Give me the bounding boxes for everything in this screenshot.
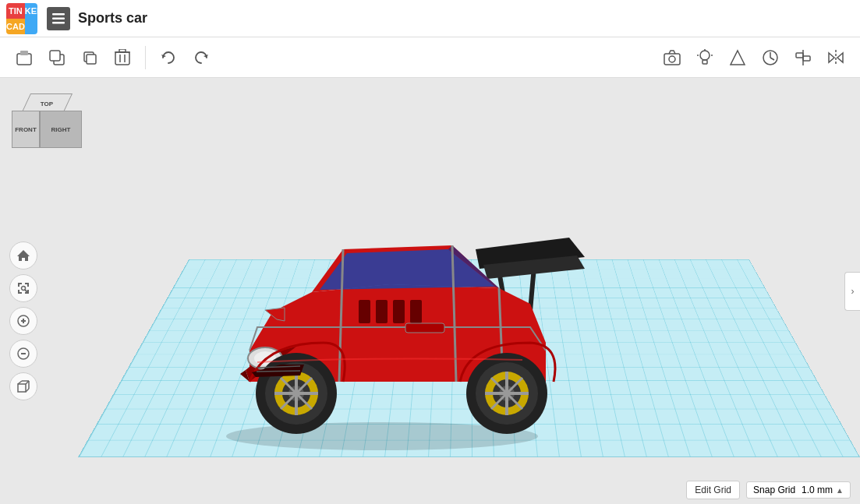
shape-button[interactable] bbox=[723, 43, 752, 72]
svg-rect-14 bbox=[664, 54, 680, 65]
cube-front-face[interactable]: FRONT bbox=[12, 111, 40, 148]
ortho-button[interactable] bbox=[9, 372, 37, 400]
delete-button[interactable] bbox=[108, 43, 137, 72]
svg-rect-3 bbox=[17, 54, 31, 65]
logo-blank bbox=[25, 19, 37, 34]
snap-grid-label: Snap Grid bbox=[753, 485, 795, 495]
svg-point-15 bbox=[669, 56, 675, 62]
logo-cad: CAD bbox=[6, 19, 25, 34]
tinkercad-logo[interactable]: TIN KER CAD bbox=[6, 3, 37, 34]
svg-rect-41 bbox=[359, 300, 370, 323]
zoom-in-button[interactable] bbox=[9, 307, 37, 335]
viewport[interactable]: TOP FRONT RIGHT bbox=[0, 78, 860, 504]
svg-rect-79 bbox=[18, 290, 19, 294]
svg-rect-11 bbox=[119, 49, 126, 52]
logo-ker: KER bbox=[25, 3, 37, 19]
snap-grid-control: Snap Grid 1.0 mm ▲ bbox=[746, 481, 851, 499]
light-button[interactable] bbox=[690, 43, 720, 72]
svg-marker-30 bbox=[837, 53, 843, 62]
toolbar bbox=[0, 37, 860, 78]
svg-line-24 bbox=[770, 58, 774, 60]
main-area: TOP FRONT RIGHT bbox=[0, 78, 860, 504]
svg-rect-20 bbox=[703, 60, 707, 64]
redo-button[interactable] bbox=[186, 43, 216, 72]
svg-rect-0 bbox=[52, 13, 65, 16]
zoom-out-button[interactable] bbox=[9, 340, 37, 368]
undo-button[interactable] bbox=[154, 43, 183, 72]
align-button[interactable] bbox=[788, 43, 818, 72]
svg-rect-2 bbox=[52, 22, 65, 24]
duplicate-button[interactable] bbox=[75, 43, 104, 72]
svg-rect-26 bbox=[796, 53, 803, 58]
svg-marker-21 bbox=[731, 51, 745, 65]
svg-rect-43 bbox=[393, 300, 405, 323]
camera-button[interactable] bbox=[657, 43, 687, 72]
project-title: Sports car bbox=[78, 10, 147, 26]
svg-rect-42 bbox=[376, 300, 388, 323]
svg-rect-71 bbox=[405, 323, 444, 333]
svg-point-16 bbox=[700, 51, 710, 60]
toolbar-right bbox=[657, 43, 851, 72]
svg-rect-27 bbox=[803, 56, 810, 61]
mirror-button[interactable] bbox=[821, 43, 851, 72]
svg-rect-6 bbox=[50, 51, 60, 61]
edit-grid-button[interactable]: Edit Grid bbox=[686, 481, 740, 499]
title-area: Sports car bbox=[47, 7, 147, 30]
svg-marker-29 bbox=[829, 53, 834, 62]
svg-rect-44 bbox=[410, 300, 422, 323]
right-panel-toggle[interactable]: › bbox=[844, 272, 860, 311]
copy-button[interactable] bbox=[42, 43, 72, 72]
svg-rect-77 bbox=[27, 283, 29, 287]
svg-rect-9 bbox=[115, 52, 129, 65]
list-icon-button[interactable] bbox=[47, 7, 70, 30]
bottom-bar: Edit Grid Snap Grid 1.0 mm ▲ bbox=[677, 476, 860, 504]
view-cube[interactable]: TOP FRONT RIGHT bbox=[12, 93, 82, 160]
nav-controls bbox=[9, 164, 37, 400]
svg-point-82 bbox=[22, 287, 26, 291]
svg-line-73 bbox=[257, 371, 300, 372]
svg-rect-4 bbox=[20, 51, 28, 55]
svg-rect-89 bbox=[18, 384, 26, 392]
home-button[interactable] bbox=[9, 241, 37, 270]
svg-rect-8 bbox=[87, 55, 96, 64]
cube-right-face[interactable]: RIGHT bbox=[40, 111, 82, 148]
fit-button[interactable] bbox=[9, 274, 37, 302]
car-model bbox=[172, 171, 624, 467]
new-shape-button[interactable] bbox=[9, 43, 39, 72]
measure-button[interactable] bbox=[756, 43, 785, 72]
snap-value: 1.0 mm bbox=[802, 485, 833, 495]
svg-rect-1 bbox=[52, 17, 65, 19]
top-bar: TIN KER CAD Sports car bbox=[0, 0, 860, 37]
snap-value-chevron[interactable]: ▲ bbox=[836, 486, 844, 495]
svg-rect-75 bbox=[18, 283, 19, 287]
logo-tin: TIN bbox=[6, 3, 25, 19]
